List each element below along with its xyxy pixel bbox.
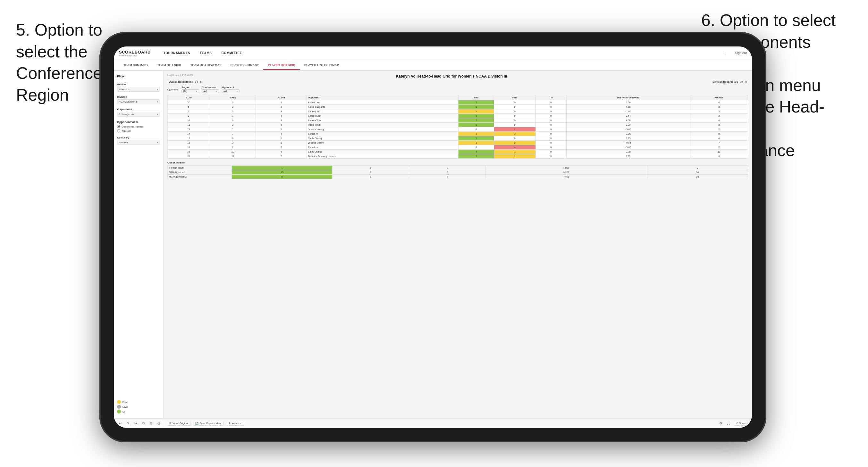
cell-diff: -0.94	[566, 141, 690, 145]
cell-opponent: Jessica Huang	[307, 127, 459, 132]
sub-nav-player-summary[interactable]: PLAYER SUMMARY	[226, 61, 264, 70]
cell-rounds: 4	[690, 100, 748, 105]
save-custom-btn[interactable]: 💾 Save Custom View	[193, 421, 223, 426]
cell-diff: 4.00	[566, 105, 690, 109]
cell-rounds: 7	[690, 141, 748, 145]
cell-win: 1	[459, 141, 494, 145]
cell-tie: 0	[535, 154, 566, 159]
eye-icon: 👁	[169, 422, 172, 425]
cell-div: 6	[168, 109, 210, 114]
cell-reg: 11	[210, 154, 256, 159]
cell-conf: 3	[256, 109, 307, 114]
table-row: 5 2 2 Alexis Sudjianto 1 0 0 4.00 3	[168, 105, 748, 109]
cell-diff: 1.50	[566, 100, 690, 105]
sub-nav-player-h2h-grid[interactable]: PLAYER H2H GRID	[263, 61, 300, 70]
cell-conf: 3	[256, 141, 307, 145]
cell-od-loss: 0	[333, 175, 409, 179]
cell-tie: 0	[535, 132, 566, 136]
cell-conf: 7	[256, 154, 307, 159]
region-select[interactable]: (All) ▼	[182, 89, 199, 93]
bottom-toolbar: ↩ ⟳ ↪ ⧉ ⊞ ◷ 👁 View: Original 💾 Save Cust…	[114, 418, 752, 428]
share-btn[interactable]: ↗ Share	[734, 421, 748, 426]
cell-od-win: 1	[232, 166, 333, 170]
cell-rounds: 6	[690, 154, 748, 159]
filter-region-section: Region (All) ▼	[182, 86, 199, 93]
nav-committee[interactable]: COMMITTEE	[222, 50, 242, 56]
cell-opponent: Heejo Hyun	[307, 123, 459, 127]
fullscreen-icon[interactable]: ⛶	[726, 421, 731, 426]
sidebar-gender-select[interactable]: Women's ▼	[117, 87, 160, 92]
cell-od-loss: 0	[333, 166, 409, 170]
sidebar-player-rank-section: Player (Rank) 8. Katelyn Vo ▼	[117, 108, 160, 117]
cell-rounds: 4	[690, 136, 748, 141]
sub-nav-player-h2h-heatmap[interactable]: PLAYER H2H HEATMAP	[300, 61, 343, 70]
radio-opponents-played[interactable]: Opponents Played	[117, 125, 160, 128]
cell-opponent: Emily Chang	[307, 150, 459, 154]
paste-icon[interactable]: ⊞	[149, 421, 154, 426]
logo-sub: Powered by clippd	[119, 55, 151, 57]
cell-conf: 2	[256, 105, 307, 109]
table-row: 3 3 1 Esther Lee 1 0 0 1.50 4	[168, 100, 748, 105]
cell-od-loss: 0	[333, 170, 409, 175]
cell-opponent: Jessica Mason	[307, 141, 459, 145]
cell-diff: 1.33	[566, 154, 690, 159]
settings-icon[interactable]: ⚙	[718, 421, 723, 426]
table-row: 16 3 3 Jessica Mason 1 2 0 -0.94 7	[168, 141, 748, 145]
cell-rounds: 3	[690, 114, 748, 118]
sidebar-division-select[interactable]: NCAA Division III ▼	[117, 99, 160, 104]
sign-out-link[interactable]: Sign out	[735, 51, 747, 55]
cell-conf: 3	[256, 118, 307, 123]
cell-reg: 2	[210, 105, 256, 109]
view-original-btn[interactable]: 👁 View: Original	[167, 421, 190, 426]
cell-rounds: 9	[690, 132, 748, 136]
cell-opponent: Andrea York	[307, 118, 459, 123]
radio-top-100[interactable]: Top 100	[117, 129, 160, 132]
cell-loss: 2	[494, 132, 536, 136]
cell-rounds: 3	[690, 123, 748, 127]
logo-area: SCOREBOARD Powered by clippd	[119, 50, 151, 57]
cell-opponent: Euna Lee	[307, 145, 459, 150]
sidebar-colour-select[interactable]: Win/loss ▼	[117, 140, 160, 145]
sidebar-colour-label: Colour by	[117, 136, 160, 139]
last-updated: Last Updated: 27/03/2024	[167, 74, 193, 76]
undo2-icon[interactable]: ⟳	[125, 421, 130, 426]
cell-win: 4	[459, 150, 494, 154]
sidebar-player-rank-select[interactable]: 8. Katelyn Vo ▼	[117, 112, 160, 117]
cell-od-opponent: Foreign Team	[168, 166, 232, 170]
cell-od-tie: 0	[409, 175, 486, 179]
cell-win: 1	[459, 109, 494, 114]
copy-icon[interactable]: ⧉	[141, 421, 146, 426]
sub-nav-team-h2h-grid[interactable]: TEAM H2H GRID	[153, 61, 186, 70]
out-division-table: Foreign Team 1 0 0 4.500 2 NAIA Division…	[167, 165, 748, 179]
cell-conf: 1	[256, 127, 307, 132]
share-icon: ↗	[736, 422, 738, 425]
cell-loss: 1	[494, 154, 536, 159]
cell-tie: 0	[535, 114, 566, 118]
filter-row: Opponents: Region (All) ▼ Conference	[167, 86, 748, 93]
report-title: Katelyn Vo Head-to-Head Grid for Women's…	[193, 74, 710, 79]
cell-diff: 3.33	[566, 123, 690, 127]
clock-icon[interactable]: ◷	[156, 421, 161, 426]
sidebar-opponent-view-section: Opponent view Opponents Played Top 100	[117, 121, 160, 132]
nav-teams[interactable]: TEAMS	[200, 50, 212, 56]
cell-reg: 1	[210, 127, 256, 132]
nav-pipe: |	[725, 52, 725, 55]
conference-select[interactable]: (All) ▼	[202, 89, 219, 93]
undo-icon[interactable]: ↩	[118, 421, 123, 426]
cell-rounds: 2	[690, 127, 748, 132]
nav-tournaments[interactable]: TOURNAMENTS	[163, 50, 190, 56]
cell-div: 20	[168, 154, 210, 159]
legend-dot-level	[117, 405, 121, 409]
cell-od-opponent: NCAA Division 2	[168, 175, 232, 179]
opponent-select[interactable]: (All) ▼	[222, 89, 240, 93]
sub-nav-team-h2h-heatmap[interactable]: TEAM H2H HEATMAP	[186, 61, 226, 70]
watch-btn[interactable]: 👁 Watch ▼	[226, 421, 244, 426]
legend-dot-up	[117, 410, 121, 413]
sub-nav-team-summary[interactable]: TEAM SUMMARY	[119, 61, 153, 70]
chevron-watch: ▼	[240, 423, 242, 424]
cell-reg: 2	[210, 123, 256, 127]
redo-icon[interactable]: ↪	[133, 421, 138, 426]
cell-diff: -5.00	[566, 145, 690, 150]
cell-loss: 4	[494, 145, 536, 150]
cell-opponent: Esther Lee	[307, 100, 459, 105]
